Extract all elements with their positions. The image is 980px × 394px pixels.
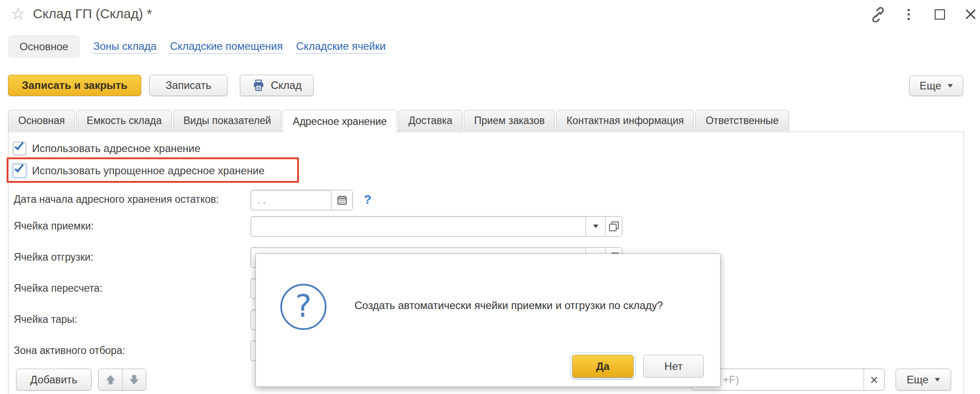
save-and-close-button[interactable]: Записать и закрыть (8, 75, 141, 96)
tab-order-reception[interactable]: Прием заказов (464, 110, 555, 131)
nav-link-warehouse-zones[interactable]: Зоны склада (93, 40, 157, 54)
question-icon: ? (280, 284, 327, 330)
list-more-button[interactable]: Еще (896, 369, 951, 390)
tab-delivery[interactable]: Доставка (398, 110, 463, 131)
tab-indicator-types[interactable]: Виды показателей (173, 110, 281, 131)
printer-icon (252, 79, 265, 92)
window-controls (869, 4, 979, 24)
move-down-icon[interactable] (122, 369, 146, 390)
container-cell-label: Ячейка тары: (14, 314, 77, 326)
dialog-yes-button[interactable]: Да (572, 355, 633, 378)
add-button[interactable]: Добавить (16, 369, 92, 390)
tab-strip: Основная Емкость склада Виды показателей… (8, 110, 789, 133)
start-date-label: Дата начала адресного хранения остатков: (14, 193, 219, 205)
move-buttons (98, 369, 146, 390)
open-list-icon[interactable] (605, 217, 622, 236)
chevron-down-icon (948, 84, 953, 88)
dropdown-arrow-icon[interactable] (586, 217, 605, 236)
save-button[interactable]: Записать (149, 75, 228, 96)
copy-link-icon[interactable] (869, 6, 886, 23)
kebab-menu-icon[interactable] (900, 6, 917, 23)
nav-link-warehouse-rooms[interactable]: Складские помещения (170, 40, 283, 54)
window-title: Склад ГП (Склад) * (33, 6, 152, 21)
print-warehouse-button[interactable]: Склад (240, 75, 313, 96)
tab-capacity[interactable]: Емкость склада (76, 110, 172, 131)
checkbox-row-addressed-storage: Использовать адресное хранение (13, 141, 200, 156)
close-icon[interactable] (962, 6, 979, 23)
clear-search-icon[interactable]: × (864, 369, 884, 390)
tab-contact-info[interactable]: Контактная информация (556, 110, 694, 131)
receiving-cell-input[interactable] (251, 217, 586, 236)
dialog-no-button[interactable]: Нет (643, 355, 704, 378)
recount-cell-label: Ячейка пересчета: (14, 282, 103, 294)
shipping-cell-label: Ячейка отгрузки: (14, 251, 93, 263)
active-zone-label: Зона активного отбора: (14, 345, 125, 357)
checkmark-icon (15, 140, 24, 150)
move-up-icon[interactable] (99, 369, 122, 390)
nav-links-row: Основное Зоны склада Складские помещения… (8, 35, 386, 59)
toolbar-more-button[interactable]: Еще (909, 76, 963, 96)
calendar-icon[interactable] (331, 190, 352, 210)
help-icon[interactable]: ? (364, 193, 371, 207)
start-date-field: . . (251, 190, 353, 210)
use-addressed-storage-checkbox[interactable] (13, 142, 26, 155)
chevron-down-icon (935, 378, 940, 382)
command-toolbar: Записать и закрыть Записать Склад (8, 75, 314, 96)
receiving-cell-field (251, 216, 622, 237)
maximize-icon[interactable] (931, 6, 948, 23)
dialog-message: Создать автоматически ячейки приемки и о… (355, 298, 710, 313)
tab-addressed-storage[interactable]: Адресное хранение (283, 110, 397, 133)
nav-item-main[interactable]: Основное (8, 35, 80, 58)
nav-link-warehouse-cells[interactable]: Складские ячейки (296, 40, 386, 54)
annotation-highlight (7, 157, 299, 183)
favorite-star-icon[interactable]: ☆ (11, 4, 25, 23)
confirmation-dialog: ? Создать автоматически ячейки приемки и… (255, 253, 721, 387)
tab-main[interactable]: Основная (8, 110, 75, 131)
tab-responsible[interactable]: Ответственные (695, 110, 789, 131)
start-date-input[interactable]: . . (251, 190, 331, 210)
receiving-cell-label: Ячейка приемки: (14, 220, 94, 232)
